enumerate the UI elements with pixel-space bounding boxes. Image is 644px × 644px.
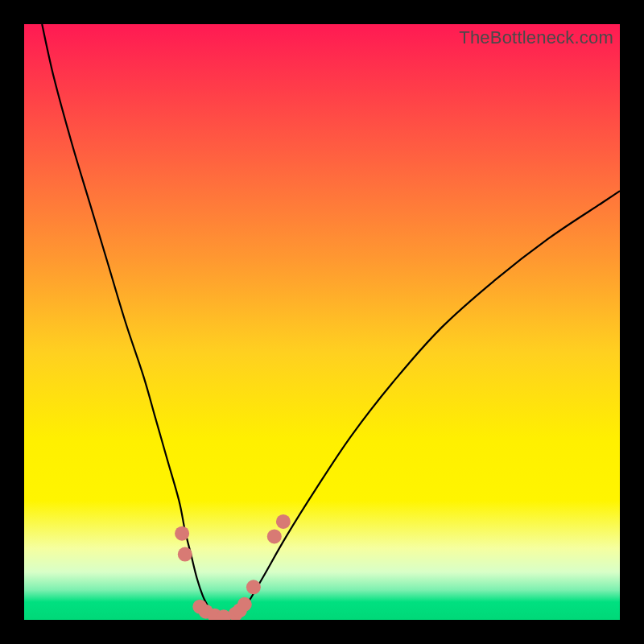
- data-point-marker: [178, 547, 192, 562]
- chart-frame: TheBottleneck.com: [0, 0, 644, 644]
- data-point-marker: [175, 526, 189, 541]
- curve-right-branch: [233, 191, 620, 620]
- data-point-marker: [276, 514, 291, 529]
- chart-plot-area: TheBottleneck.com: [24, 24, 620, 620]
- data-point-marker: [237, 597, 252, 612]
- marker-group: [175, 514, 291, 620]
- curve-left-branch: [42, 24, 215, 620]
- chart-svg: [24, 24, 620, 620]
- data-point-marker: [267, 529, 282, 543]
- data-point-marker: [246, 580, 261, 594]
